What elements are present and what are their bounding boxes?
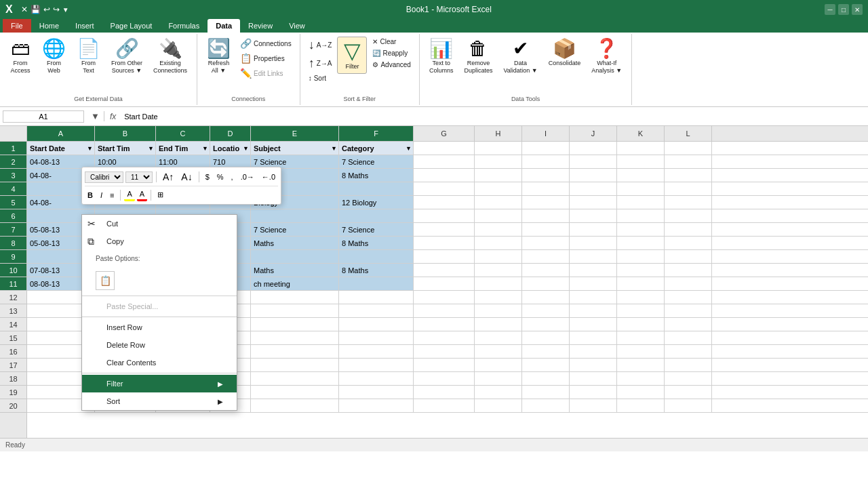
tab-home[interactable]: Home bbox=[31, 19, 67, 33]
col-header-E[interactable]: E bbox=[251, 126, 339, 141]
align-button[interactable]: ≡ bbox=[107, 190, 117, 201]
row-num-2[interactable]: 2 bbox=[0, 155, 26, 169]
cell-e9[interactable] bbox=[251, 250, 339, 263]
formula-input[interactable] bbox=[121, 113, 868, 121]
existing-connections-button[interactable]: 🔌 ExistingConnections bbox=[149, 37, 191, 77]
row-num-17[interactable]: 17 bbox=[0, 359, 26, 372]
italic-button[interactable]: I bbox=[98, 190, 105, 201]
percent-button[interactable]: % bbox=[214, 171, 226, 182]
cell-k2[interactable] bbox=[617, 155, 665, 168]
remove-duplicates-button[interactable]: 🗑 RemoveDuplicates bbox=[460, 37, 496, 77]
refresh-all-button[interactable]: 🔄 RefreshAll ▼ bbox=[203, 37, 235, 77]
col-header-I[interactable]: I bbox=[522, 126, 570, 141]
cell-j18[interactable] bbox=[570, 372, 617, 385]
cell-h5[interactable] bbox=[475, 196, 522, 209]
cell-g6[interactable] bbox=[414, 209, 475, 222]
connections-button[interactable]: 🔗 Connections bbox=[237, 37, 294, 50]
cell-g8[interactable] bbox=[414, 237, 475, 249]
cell-f7[interactable]: 7 Science bbox=[339, 223, 414, 236]
cell-h6[interactable] bbox=[475, 209, 522, 222]
cell-k9[interactable] bbox=[617, 250, 665, 263]
row-num-18[interactable]: 18 bbox=[0, 372, 26, 386]
row-num-19[interactable]: 19 bbox=[0, 386, 26, 399]
from-web-button[interactable]: 🌐 FromWeb bbox=[38, 37, 70, 77]
cell-j2[interactable] bbox=[570, 155, 617, 168]
what-if-analysis-button[interactable]: ❓ What-IfAnalysis ▼ bbox=[587, 37, 626, 77]
cell-i5[interactable] bbox=[522, 196, 570, 209]
cell-j16[interactable] bbox=[570, 345, 617, 358]
font-family-select[interactable]: Calibri bbox=[85, 171, 123, 183]
font-color-button[interactable]: A bbox=[137, 188, 147, 201]
cell-k17[interactable] bbox=[617, 359, 665, 371]
cell-i2[interactable] bbox=[522, 155, 570, 168]
sort-menu-item[interactable]: Sort ▶ bbox=[82, 392, 237, 410]
decrease-decimal-button[interactable]: ←.0 bbox=[259, 171, 278, 182]
cell-g2[interactable] bbox=[414, 155, 475, 168]
cell-l15[interactable] bbox=[665, 331, 712, 344]
cell-l16[interactable] bbox=[665, 345, 712, 358]
cell-f14[interactable] bbox=[339, 318, 414, 331]
cell-k6[interactable] bbox=[617, 209, 665, 222]
cell-j20[interactable] bbox=[570, 399, 617, 412]
cell-f3[interactable]: 8 Maths bbox=[339, 169, 414, 182]
cell-f18[interactable] bbox=[339, 372, 414, 385]
cell-f12[interactable] bbox=[339, 291, 414, 304]
cell-j3[interactable] bbox=[570, 169, 617, 182]
font-size-select[interactable]: 11 bbox=[125, 171, 153, 183]
cell-f20[interactable] bbox=[339, 399, 414, 412]
cell-j15[interactable] bbox=[570, 331, 617, 344]
cell-g5[interactable] bbox=[414, 196, 475, 209]
row-num-13[interactable]: 13 bbox=[0, 304, 26, 318]
cell-f10[interactable]: 8 Maths bbox=[339, 264, 414, 277]
col-header-K[interactable]: K bbox=[617, 126, 665, 141]
cell-l18[interactable] bbox=[665, 372, 712, 385]
cell-h15[interactable] bbox=[475, 331, 522, 344]
cell-k3[interactable] bbox=[617, 169, 665, 182]
cell-l17[interactable] bbox=[665, 359, 712, 371]
cell-h3[interactable] bbox=[475, 169, 522, 182]
row-num-9[interactable]: 9 bbox=[0, 250, 26, 264]
cell-h1[interactable] bbox=[475, 142, 522, 155]
cell-e10[interactable]: Maths bbox=[251, 264, 339, 277]
cell-k10[interactable] bbox=[617, 264, 665, 277]
font-increase-button[interactable]: A↑ bbox=[160, 170, 176, 184]
cell-e12[interactable] bbox=[251, 291, 339, 304]
cell-i14[interactable] bbox=[522, 318, 570, 331]
paste-special-menu-item[interactable]: Paste Special... bbox=[82, 298, 237, 315]
close-icon[interactable]: ✕ bbox=[21, 5, 28, 14]
cell-k1[interactable] bbox=[617, 142, 665, 155]
tab-review[interactable]: Review bbox=[240, 19, 281, 33]
row-num-7[interactable]: 7 bbox=[0, 223, 26, 237]
cell-i6[interactable] bbox=[522, 209, 570, 222]
cell-l5[interactable] bbox=[665, 196, 712, 209]
cell-l6[interactable] bbox=[665, 209, 712, 222]
col-header-B[interactable]: B bbox=[95, 126, 156, 141]
cell-e11[interactable]: ch meeting bbox=[251, 277, 339, 290]
cell-k5[interactable] bbox=[617, 196, 665, 209]
clear-contents-menu-item[interactable]: Clear Contents bbox=[82, 354, 237, 371]
row-num-15[interactable]: 15 bbox=[0, 331, 26, 345]
cell-i11[interactable] bbox=[522, 277, 570, 290]
sort-button[interactable]: ↕ Sort bbox=[306, 73, 335, 83]
cell-i17[interactable] bbox=[522, 359, 570, 371]
tab-formulas[interactable]: Formulas bbox=[160, 19, 208, 33]
cell-c1[interactable]: End Tim ▼ bbox=[156, 142, 210, 155]
cell-j1[interactable] bbox=[570, 142, 617, 155]
cell-f1[interactable]: Category ▼ bbox=[339, 142, 414, 155]
cell-h17[interactable] bbox=[475, 359, 522, 371]
cell-g14[interactable] bbox=[414, 318, 475, 331]
cell-l12[interactable] bbox=[665, 291, 712, 304]
col-header-L[interactable]: L bbox=[665, 126, 712, 141]
cell-f5[interactable]: 12 Biology bbox=[339, 196, 414, 209]
cell-l9[interactable] bbox=[665, 250, 712, 263]
cell-l13[interactable] bbox=[665, 304, 712, 317]
tab-data[interactable]: Data bbox=[208, 19, 240, 33]
tab-page-layout[interactable]: Page Layout bbox=[102, 19, 161, 33]
cell-g18[interactable] bbox=[414, 372, 475, 385]
cell-e14[interactable] bbox=[251, 318, 339, 331]
text-to-columns-button[interactable]: 📊 Text toColumns bbox=[425, 37, 458, 77]
sort-za-button[interactable]: ↑ Z→A bbox=[306, 55, 335, 72]
cell-g12[interactable] bbox=[414, 291, 475, 304]
cell-f15[interactable] bbox=[339, 331, 414, 344]
cell-i1[interactable] bbox=[522, 142, 570, 155]
